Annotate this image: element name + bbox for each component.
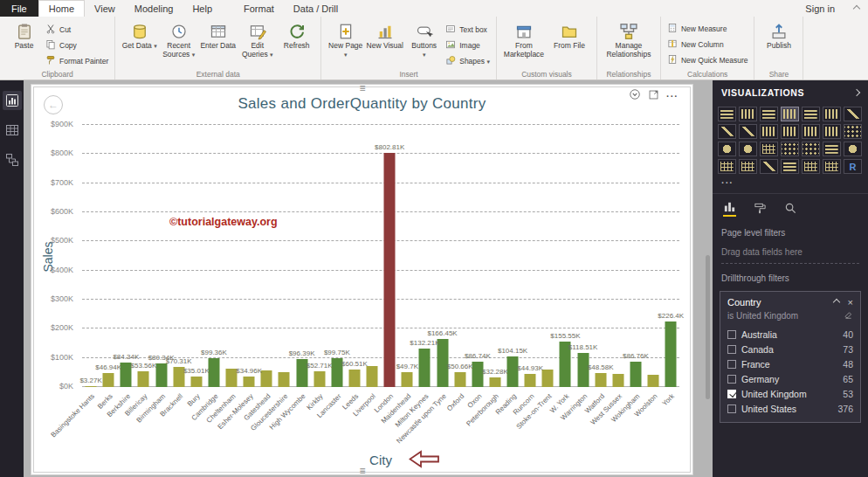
visual-drag-handle-bottom[interactable]: ≡ xyxy=(359,467,364,474)
filter-item-australia[interactable]: Australia40 xyxy=(727,327,853,342)
checkbox[interactable] xyxy=(727,404,736,413)
tab-file[interactable]: File xyxy=(0,0,38,17)
checkbox[interactable] xyxy=(727,375,736,384)
checkbox[interactable] xyxy=(727,390,736,398)
bar-milton-keynes[interactable] xyxy=(419,349,431,387)
image-button[interactable]: Image xyxy=(445,39,490,52)
tab-help[interactable]: Help xyxy=(183,0,222,17)
bar-runcorn[interactable] xyxy=(525,374,536,387)
recent-sources-button[interactable]: Recent Sources ▾ xyxy=(159,19,198,59)
remove-filter-icon[interactable]: × xyxy=(848,297,853,308)
filled-map-icon[interactable] xyxy=(802,142,820,156)
cut-button[interactable]: Cut xyxy=(45,24,108,36)
bar-oxford[interactable] xyxy=(454,372,465,387)
waterfall-chart-icon[interactable] xyxy=(823,124,841,139)
bar-west-sussex[interactable] xyxy=(612,374,623,387)
bar-kirkby[interactable] xyxy=(313,371,325,387)
bar-london[interactable] xyxy=(384,153,396,387)
tab-format[interactable]: Format xyxy=(234,0,284,17)
checkbox[interactable] xyxy=(727,330,736,339)
refresh-button[interactable]: Refresh xyxy=(277,19,316,51)
table-icon[interactable] xyxy=(802,159,820,174)
text-box-button[interactable]: Text box xyxy=(445,24,490,36)
bar-maidenhead[interactable] xyxy=(402,372,413,387)
bar-watford[interactable] xyxy=(595,373,606,387)
bar-gateshead[interactable] xyxy=(261,370,272,387)
from-marketplace-button[interactable]: From Marketplace xyxy=(501,19,547,59)
paste-button[interactable]: Paste xyxy=(4,19,44,51)
filter-item-united-states[interactable]: United States376 xyxy=(727,401,853,416)
manage-relationships-button[interactable]: Manage Relationships xyxy=(602,19,656,59)
publish-button[interactable]: Publish xyxy=(759,19,798,51)
filter-item-france[interactable]: France48 xyxy=(727,356,853,371)
pie-chart-icon[interactable] xyxy=(718,142,736,156)
map-icon[interactable] xyxy=(781,142,799,156)
tab-modeling[interactable]: Modeling xyxy=(125,0,183,17)
more-visuals-button[interactable]: ··· xyxy=(713,176,868,190)
bar-leeds[interactable] xyxy=(348,370,360,387)
donut-chart-icon[interactable] xyxy=(739,142,757,156)
bar-cambridge[interactable] xyxy=(208,358,219,387)
area-chart-icon[interactable] xyxy=(718,124,736,139)
new-measure-button[interactable]: New Measure xyxy=(667,23,748,35)
line-and-clustered-column-chart-icon[interactable] xyxy=(781,124,799,139)
bar-york[interactable] xyxy=(665,321,677,387)
100-stacked-column-chart-icon[interactable] xyxy=(823,107,841,121)
gauge-icon[interactable] xyxy=(844,142,862,156)
format-painter-button[interactable]: Format Painter xyxy=(45,55,108,67)
canvas-scrollbar[interactable] xyxy=(706,255,710,399)
fields-pane-tab[interactable] xyxy=(723,200,736,217)
treemap-icon[interactable] xyxy=(760,142,778,156)
filter-item-canada[interactable]: Canada73 xyxy=(727,342,853,356)
buttons-button[interactable]: Buttons▾ xyxy=(404,19,444,59)
bar-basingstoke-hants[interactable] xyxy=(86,386,97,387)
new-column-button[interactable]: New Column xyxy=(667,38,748,51)
report-view-button[interactable] xyxy=(3,91,22,110)
card-icon[interactable] xyxy=(718,159,736,174)
stacked-column-chart-icon[interactable] xyxy=(739,107,757,121)
multi-row-card-icon[interactable] xyxy=(739,159,757,174)
sign-in-button[interactable]: Sign in xyxy=(795,0,845,17)
bar-woolston[interactable] xyxy=(648,375,659,387)
collapse-pane-icon[interactable] xyxy=(853,89,860,96)
filter-item-germany[interactable]: Germany65 xyxy=(727,371,853,386)
clustered-column-chart-icon[interactable] xyxy=(781,107,799,121)
tab-home[interactable]: Home xyxy=(38,0,85,17)
checkbox[interactable] xyxy=(727,345,736,354)
copy-button[interactable]: Copy xyxy=(45,39,108,52)
filter-item-united-kingdom[interactable]: United Kingdom53 xyxy=(727,386,853,401)
from-file-button[interactable]: From File xyxy=(547,19,592,51)
enter-data-button[interactable]: Enter Data xyxy=(198,19,238,51)
checkbox[interactable] xyxy=(727,360,736,369)
new-page-button[interactable]: New Page ▾ xyxy=(326,19,365,59)
bar-berks[interactable] xyxy=(103,373,114,387)
kpi-icon[interactable] xyxy=(760,159,778,174)
data-view-button[interactable] xyxy=(3,121,22,140)
bar-peterborough[interactable] xyxy=(489,377,500,387)
line-chart-icon[interactable] xyxy=(844,107,862,121)
100-stacked-bar-chart-icon[interactable] xyxy=(802,107,820,121)
scatter-chart-icon[interactable] xyxy=(844,124,862,139)
get-data-button[interactable]: Get Data ▾ xyxy=(120,19,159,51)
bar-stoke-on-trent[interactable] xyxy=(542,370,554,387)
model-view-button[interactable] xyxy=(3,150,22,169)
bar-billericay[interactable] xyxy=(138,371,149,387)
matrix-icon[interactable] xyxy=(823,159,841,174)
clustered-bar-chart-icon[interactable] xyxy=(760,107,778,121)
line-and-stacked-column-chart-icon[interactable] xyxy=(760,124,778,139)
funnel-chart-icon[interactable] xyxy=(823,142,841,156)
edit-queries-button[interactable]: Edit Queries ▾ xyxy=(238,19,277,59)
new-quick-measure-button[interactable]: New Quick Measure xyxy=(667,54,748,66)
tab-view[interactable]: View xyxy=(85,0,125,17)
shapes-button[interactable]: Shapes ▾ xyxy=(445,55,490,67)
new-visual-button[interactable]: New Visual xyxy=(365,19,404,51)
ribbon-chart-icon[interactable] xyxy=(802,124,820,139)
slicer-icon[interactable] xyxy=(781,159,799,174)
analytics-pane-tab[interactable] xyxy=(784,200,797,217)
clear-filter-icon[interactable] xyxy=(844,310,853,321)
bar-gloucestershire[interactable] xyxy=(279,372,290,387)
report-page[interactable]: ≡ ≡ ··· ← Sales and OrderQuantity by Cou… xyxy=(31,85,692,474)
bar-birmingham[interactable] xyxy=(155,363,167,387)
visual-drag-handle-top[interactable]: ≡ xyxy=(359,85,364,92)
stacked-bar-chart-icon[interactable] xyxy=(718,107,736,121)
